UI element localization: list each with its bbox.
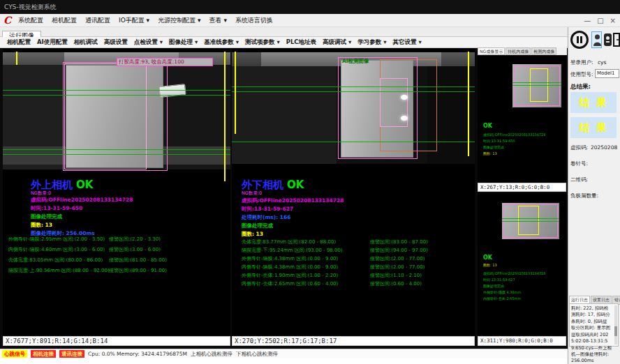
thumb-info-line: 时间:13-31-59-650	[483, 139, 515, 143]
thumb-info-line: 圈数: 13	[483, 151, 497, 156]
measurement-value: 隔膜宽度-上:90.56mm 区间:(88.00 - 92.00)	[8, 267, 110, 274]
lower-cam-heartbeat: 下相机心跳检测停	[236, 351, 278, 358]
alarm-range: 报警区间:(0.60 - 4.00)	[370, 280, 422, 287]
thumb-info-line: 内侧导针-壳体:2.65mm	[483, 296, 521, 301]
thumb-tab-detect[interactable]: 检测内成像	[531, 47, 556, 55]
toolbar-advanced-settings[interactable]: 高级设置	[104, 38, 128, 47]
toolbar: 相机配置 AI使用配置 相机调试 高级设置 点检设置 ▾ 图像处理 ▾ 基准线参…	[0, 37, 568, 48]
menu-item-light-config[interactable]: 光源控制配置 ▾	[158, 16, 200, 25]
alarm-range: 报警区间:(89.00 - 91.00)	[109, 267, 167, 274]
camera-left-viewport[interactable]: 打胶高度:93, 咬合高度:100 外上相机OK NG数量:0 虚拟码:OFFl…	[3, 49, 230, 336]
login-value: cys	[598, 59, 606, 66]
comm-link-badge: 通讯连接	[59, 350, 84, 358]
window-title: CYS-视觉检测系统	[4, 3, 57, 10]
toolbar-test-params[interactable]: 测试项参数 ▾	[245, 38, 280, 47]
menu-item-io-config[interactable]: IO手配置 ▾	[119, 16, 149, 25]
login-label: 登录用户:	[570, 59, 593, 66]
result-box-1: 结 果	[570, 92, 617, 113]
thumb-tab-standby[interactable]: 待机内成像	[505, 47, 531, 55]
qr-label: 二维码:	[570, 176, 588, 183]
toolbar-plc-address[interactable]: PLC地址表	[286, 38, 316, 47]
exit-button[interactable]	[613, 33, 620, 47]
roi-box-yellow	[518, 206, 539, 235]
guide-line-v	[224, 52, 226, 181]
toolbar-baseline-params[interactable]: 基准线参数 ▾	[204, 38, 239, 47]
thumb-info-line: 虚拟码:OFFline20250208133134728	[483, 271, 545, 275]
virtual-code: 虚拟码:OFFline20250208133134728	[242, 197, 344, 204]
thumb-tab-ng[interactable]: NG成像显示	[478, 47, 505, 55]
camera-name: 外上相机	[31, 179, 73, 191]
status-bar: 心跳信号 相机连接 通讯连接 Cpu: 0.0% Memory: 3424.41…	[0, 349, 568, 358]
user-button[interactable]	[591, 31, 602, 48]
thumb-bottom-viewport[interactable]: OK 圈数: 13 虚拟码:OFFline20250208133134728 时…	[478, 193, 566, 336]
vcode-value: 20250208	[591, 144, 617, 151]
guide-line-h	[502, 221, 559, 222]
measurement-value: 壳体宽度:83.05mm 区间:(80.00 - 86.00)	[8, 257, 103, 264]
alarm-range: 报警区间:(2.20 - 3.30)	[109, 236, 161, 243]
toolbar-other-settings[interactable]: 其它设置 ▾	[393, 38, 422, 47]
thumb-tab-bar: NG成像显示 待机内成像 检测内成像	[478, 47, 567, 55]
menu-item-system-config[interactable]: 系统配置	[18, 16, 43, 25]
menu-item-language-switch[interactable]: 系统语言切换	[235, 16, 273, 25]
guide-line-h	[512, 85, 561, 86]
thumb-top-coords: X:267;Y:13;R:0;G:0;B:0	[478, 183, 566, 192]
log-scrollbar-thumb[interactable]	[614, 326, 617, 336]
toolbar-image-processing[interactable]: 图像处理 ▾	[169, 38, 198, 47]
guide-line-h	[3, 90, 230, 91]
measurement-value: 外侧导针-壳体:1.90mm 区间:(1.00 - 2.20)	[242, 272, 338, 279]
measurement-value: 外侧导针-隔膜:2.95mm 区间:(2.00 - 3.50)	[8, 236, 105, 243]
alarm-range: 报警区间:(83.00 - 87.00)	[370, 238, 428, 245]
thumb-info-line: 时间:13-31-59-627	[483, 278, 515, 282]
model-input[interactable]: Model1	[595, 69, 619, 78]
guide-line-v	[16, 52, 17, 65]
glint-highlight	[401, 116, 408, 121]
guide-line-v	[468, 52, 469, 156]
heartbeat-badge: 心跳信号	[2, 350, 27, 358]
toolbar-advanced-debug[interactable]: 高级调试 ▾	[323, 38, 351, 47]
alarm-range: 报警区间:(81.00 - 85.00)	[109, 257, 167, 264]
settings-button[interactable]	[604, 33, 612, 46]
close-button[interactable]: ×	[610, 14, 616, 27]
toolbar-spot-check[interactable]: 点检设置 ▾	[134, 38, 163, 47]
roi-label: 打胶高度:93, 咬合高度:100	[117, 58, 213, 66]
menu-item-view[interactable]: 查看 ▾	[209, 16, 227, 25]
pause-button[interactable]	[570, 31, 589, 49]
guide-line-h	[232, 142, 475, 142]
thumb-top-viewport[interactable]: OK 虚拟码:OFFline20250208133134728 时间:13-31…	[478, 56, 566, 183]
menu-item-comm-config[interactable]: 通讯配置	[85, 16, 110, 25]
thumb-info-line: 虚拟码:OFFline20250208133134728	[483, 132, 545, 137]
app-window: CYS-视觉检测系统 系统配置 相机配置 通讯配置 IO手配置 ▾ 光源控制配置…	[0, 0, 620, 364]
toolbar-camera-config[interactable]: 相机配置	[7, 38, 31, 47]
minimize-button[interactable]: —	[584, 14, 591, 27]
camera-name: 外下相机	[242, 179, 283, 191]
result-box-2: 结 果	[570, 117, 617, 138]
toolbar-camera-debug[interactable]: 相机调试	[74, 38, 98, 47]
guide-line-h	[232, 86, 475, 87]
process-done: 图像处理完成	[31, 213, 62, 220]
machine-block	[232, 66, 337, 164]
thumb-rounds: 圈数: 13	[483, 263, 497, 267]
camera-link-badge: 相机连接	[31, 350, 56, 358]
measurement-value: 壳体宽度:83.77mm 区间:(82.00 - 88.00)	[242, 238, 336, 245]
menu-bar: 系统配置 相机配置 通讯配置 IO手配置 ▾ 光源控制配置 ▾ 查看 ▾ 系统语…	[0, 14, 620, 27]
guide-line-h	[512, 82, 561, 83]
measurement-value: 内侧导针-壳体:2.65mm 区间:(0.60 - 4.00)	[242, 280, 338, 287]
log-scrollbar[interactable]	[614, 305, 617, 344]
camera-mid-viewport[interactable]: AI检测图像 外下相机OK NG数量:0 虚拟码:OFFline20250208…	[232, 49, 475, 336]
vcode-label: 虚拟码:	[570, 144, 588, 151]
maximize-button[interactable]: □	[597, 14, 603, 27]
alarm-range: 报警区间:(2.00 - 77.00)	[370, 255, 425, 262]
thumb-info-line: 图像处理完成	[483, 284, 504, 288]
side-panel: 登录用户: cys 使用型号: Model1 总结果: 结 果 结 果 虚拟码:…	[568, 27, 620, 364]
pin-label: 卷针号:	[570, 160, 588, 167]
capture-time: 时间:13-31-59-627	[242, 206, 293, 213]
toolbar-ai-config[interactable]: AI使用配置	[37, 38, 68, 47]
machine-shadow	[232, 52, 261, 66]
cpu-memory-status: Cpu: 0.0% Memory: 3424.41796875M	[88, 351, 187, 357]
toolbar-learning-params[interactable]: 学习参数 ▾	[357, 38, 386, 47]
log-box[interactable]: 耗时: 222, 拟码检测耗时: 17, 拟码分条耗时: 0, 拟码提取分区耗时…	[569, 303, 619, 347]
menu-item-camera-config[interactable]: 相机配置	[52, 16, 77, 25]
guide-line-h	[3, 149, 230, 150]
rounds-count: 圈数: 13	[31, 222, 52, 229]
thumb-info-line: 图像处理完成	[483, 145, 504, 149]
